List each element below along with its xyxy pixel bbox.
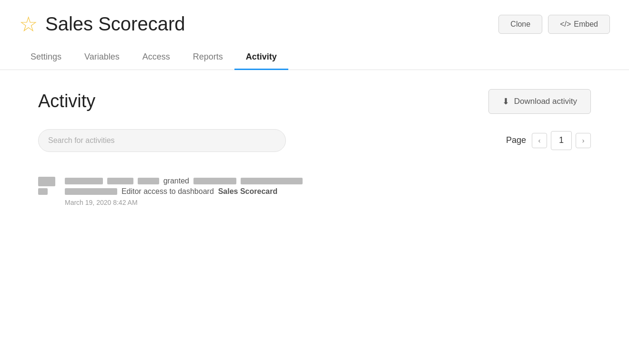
redacted-word3 [193,178,236,184]
page-header: ☆ Sales Scorecard Clone </> Embed [0,0,629,44]
current-page-number: 1 [551,131,572,150]
tab-reports[interactable]: Reports [182,44,234,70]
search-input[interactable] [38,129,286,152]
tab-settings[interactable]: Settings [19,44,73,70]
embed-button[interactable]: </> Embed [548,15,610,34]
activity-item-text: granted Editor access to dashboard Sales… [65,177,591,206]
activity-timestamp: March 19, 2020 8:42 AM [65,199,591,206]
activity-line1: granted [65,177,591,185]
redacted-word4 [241,178,303,184]
main-content: Activity ⬇ Download activity Page ‹ 1 › [0,70,629,233]
search-pagination-row: Page ‹ 1 › [38,129,591,152]
header-right: Clone </> Embed [498,15,610,34]
avatar-block-top [38,177,55,186]
tabs-bar: Settings Variables Access Reports Activi… [0,44,629,70]
redacted-name [65,178,103,184]
embed-code-icon: </> [560,20,571,29]
tab-variables[interactable]: Variables [73,44,131,70]
redacted-word1 [107,178,133,184]
editor-access-text: Editor access to dashboard [122,187,214,195]
redacted-email [65,188,117,195]
activity-list: granted Editor access to dashboard Sales… [38,169,591,214]
tab-access[interactable]: Access [131,44,182,70]
search-wrapper [38,129,286,152]
star-icon[interactable]: ☆ [19,14,38,35]
pagination: Page ‹ 1 › [506,131,591,150]
page-title: Sales Scorecard [45,13,185,35]
download-icon: ⬇ [502,96,509,107]
page-label: Page [506,135,526,145]
activity-section-title: Activity [38,91,95,111]
avatar-block-bottom [38,188,48,195]
prev-page-button[interactable]: ‹ [532,133,547,148]
avatar [38,177,55,195]
tab-activity[interactable]: Activity [234,44,288,70]
activity-item: granted Editor access to dashboard Sales… [38,169,591,214]
download-activity-label: Download activity [514,97,577,106]
embed-button-label: Embed [574,20,598,29]
next-page-button[interactable]: › [576,133,591,148]
granted-text: granted [163,177,189,185]
clone-button[interactable]: Clone [498,15,542,34]
download-activity-button[interactable]: ⬇ Download activity [488,89,591,114]
redacted-word2 [138,178,159,184]
header-left: ☆ Sales Scorecard [19,13,185,35]
dashboard-name: Sales Scorecard [218,187,278,195]
activity-header: Activity ⬇ Download activity [38,89,591,114]
activity-line2: Editor access to dashboard Sales Scoreca… [65,187,591,196]
